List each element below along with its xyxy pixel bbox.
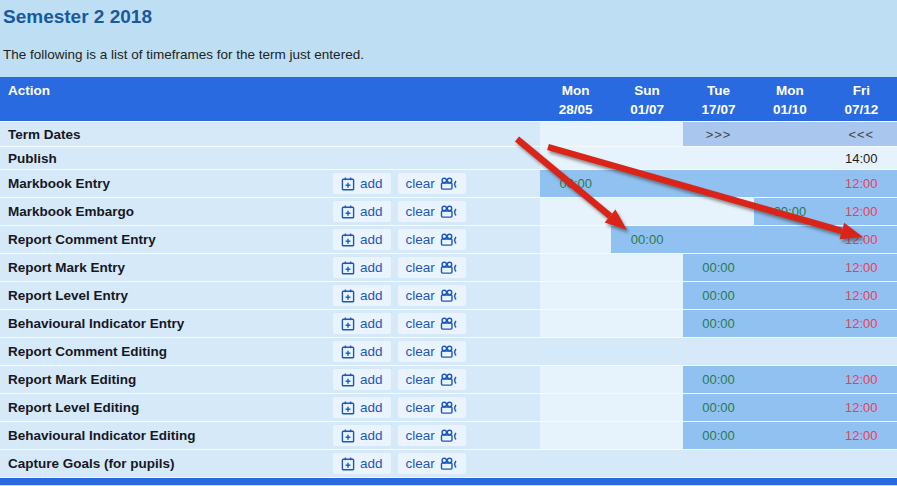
column-header-action: Action (0, 77, 540, 121)
add-button-label: add (360, 428, 383, 443)
table-row: Behavioural Indicator Editingaddclear00:… (0, 421, 897, 449)
row-actions: addclear (333, 198, 466, 225)
date-cell: 12:00 (826, 422, 897, 449)
clear-button[interactable]: clear (398, 397, 466, 418)
date-cell (611, 147, 682, 169)
time-value: 00:00 (774, 204, 807, 219)
date-cell (540, 310, 611, 337)
add-button[interactable]: add (333, 453, 391, 474)
calendar-plus-icon (341, 317, 355, 331)
time-value: 12:00 (845, 260, 878, 275)
date-cell: 00:00 (683, 366, 754, 393)
video-camera-icon (440, 233, 458, 247)
add-button[interactable]: add (333, 369, 391, 390)
row-label: Report Comment Editing (0, 344, 167, 359)
date-cell (754, 226, 825, 253)
time-value: 00:00 (702, 428, 735, 443)
clear-button[interactable]: clear (398, 341, 466, 362)
clear-button[interactable]: clear (398, 285, 466, 306)
clear-button[interactable]: clear (398, 229, 466, 250)
action-cell: Behavioural Indicator Editingaddclear (0, 422, 540, 449)
add-button[interactable]: add (333, 173, 391, 194)
clear-button[interactable]: clear (398, 257, 466, 278)
clear-button[interactable]: clear (398, 313, 466, 334)
date-cell: 12:00 (826, 254, 897, 281)
row-label: Report Level Editing (0, 400, 139, 415)
date-cell: 12:00 (826, 170, 897, 197)
date-cell (754, 170, 825, 197)
clear-button[interactable]: clear (398, 173, 466, 194)
action-cell: Report Level Entryaddclear (0, 282, 540, 309)
add-button[interactable]: add (333, 229, 391, 250)
date-cell (540, 122, 611, 146)
row-actions: addclear (333, 450, 466, 477)
add-button[interactable]: add (333, 341, 391, 362)
video-camera-icon (440, 345, 458, 359)
range-marker: >>> (706, 127, 732, 142)
add-button[interactable]: add (333, 397, 391, 418)
clear-button-label: clear (406, 288, 435, 303)
date-cell (754, 122, 825, 146)
video-camera-icon (440, 261, 458, 275)
calendar-plus-icon (341, 373, 355, 387)
table-row: Behavioural Indicator Entryaddclear00:00… (0, 309, 897, 337)
clear-button[interactable]: clear (398, 453, 466, 474)
add-button[interactable]: add (333, 313, 391, 334)
row-label: Markbook Entry (0, 176, 110, 191)
action-cell: Term Dates (0, 122, 540, 146)
add-button-label: add (360, 204, 383, 219)
column-day: Tue (683, 82, 754, 101)
date-cell (611, 394, 682, 421)
date-cell: 12:00 (826, 310, 897, 337)
clear-button[interactable]: clear (398, 369, 466, 390)
date-cell (611, 310, 682, 337)
clear-button-label: clear (406, 344, 435, 359)
video-camera-icon (440, 317, 458, 331)
time-value: 12:00 (845, 232, 878, 247)
add-button[interactable]: add (333, 201, 391, 222)
date-cell (540, 198, 611, 225)
column-date: 07/12 (826, 101, 897, 120)
add-button[interactable]: add (333, 425, 391, 446)
time-value: 12:00 (845, 316, 878, 331)
date-cell (540, 338, 611, 365)
date-cell: 00:00 (683, 282, 754, 309)
time-value: 00:00 (631, 232, 664, 247)
column-header-date: Mon 01/10 (754, 77, 825, 121)
column-header-date: Fri 07/12 (826, 77, 897, 121)
clear-button-label: clear (406, 400, 435, 415)
row-label: Report Mark Editing (0, 372, 136, 387)
add-button-label: add (360, 316, 383, 331)
row-actions: addclear (333, 282, 466, 309)
column-header-date: Sun 01/07 (611, 77, 682, 121)
clear-button[interactable]: clear (398, 201, 466, 222)
date-cell (611, 366, 682, 393)
clear-button[interactable]: clear (398, 425, 466, 446)
time-value: 12:00 (845, 176, 878, 191)
date-cell (611, 422, 682, 449)
clear-button-label: clear (406, 372, 435, 387)
row-actions: addclear (333, 366, 466, 393)
row-label: Report Mark Entry (0, 260, 125, 275)
clear-button-label: clear (406, 428, 435, 443)
add-button-label: add (360, 176, 383, 191)
calendar-plus-icon (341, 429, 355, 443)
date-cell: >>> (683, 122, 754, 146)
timeframes-table: Action Mon 28/05 Sun 01/07 Tue 17/07 Mon… (0, 77, 897, 485)
date-cell (540, 282, 611, 309)
add-button-label: add (360, 372, 383, 387)
action-cell: Report Mark Entryaddclear (0, 254, 540, 281)
video-camera-icon (440, 289, 458, 303)
date-cell: 00:00 (754, 198, 825, 225)
add-button[interactable]: add (333, 285, 391, 306)
time-value: 00:00 (702, 400, 735, 415)
date-cell (540, 422, 611, 449)
clear-button-label: clear (406, 176, 435, 191)
date-cell (826, 450, 897, 477)
date-cell (611, 198, 682, 225)
add-button[interactable]: add (333, 257, 391, 278)
calendar-plus-icon (341, 205, 355, 219)
date-cell (611, 338, 682, 365)
action-cell: Report Mark Editingaddclear (0, 366, 540, 393)
add-button-label: add (360, 400, 383, 415)
